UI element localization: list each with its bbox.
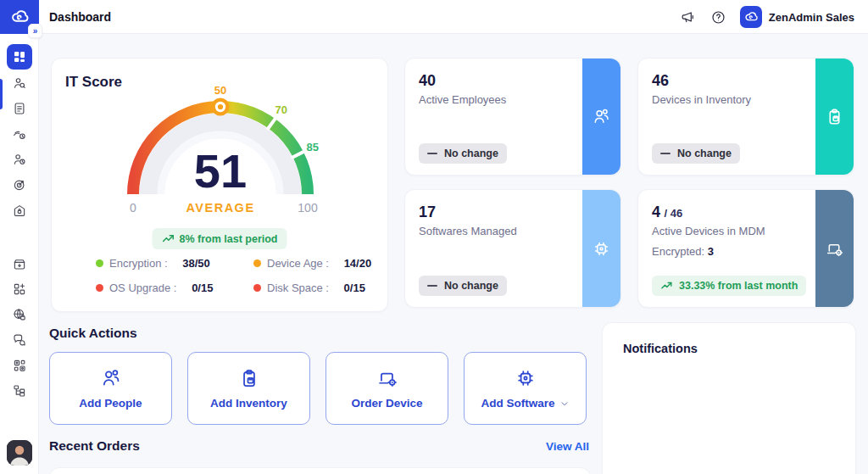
dash-icon [427, 285, 437, 287]
sidebar-item-home-lock[interactable] [7, 198, 32, 222]
account-name: ZenAdmin Sales [769, 11, 854, 24]
svg-text:100: 100 [298, 201, 318, 215]
grid-plus-icon [12, 282, 27, 297]
device-gear-icon [825, 239, 844, 259]
notifications-title: Notifications [623, 342, 698, 355]
inventory-clipboard-icon [238, 367, 260, 389]
sidebar-item-hand-clock[interactable] [7, 122, 32, 146]
account-logo-icon [740, 6, 762, 28]
trend-up-icon [162, 232, 175, 245]
no-change-badge: No change [652, 143, 740, 164]
sidebar-item-target[interactable] [7, 173, 32, 197]
home-lock-icon [12, 203, 27, 218]
notifications-panel: Notifications [602, 322, 856, 474]
svg-text:50: 50 [214, 84, 226, 97]
svg-text:70: 70 [275, 103, 287, 116]
chevron-down-icon [559, 399, 570, 409]
stat-bar [582, 59, 620, 175]
legend-dot [96, 259, 103, 267]
active-indicator [0, 79, 3, 109]
avatar-image [7, 440, 32, 466]
legend-item: Disk Space : 0/15 [253, 282, 371, 294]
stat-value: 40 [419, 72, 607, 90]
sidebar [0, 34, 39, 474]
add-software-button[interactable]: Add Software [464, 352, 587, 425]
help-button[interactable] [709, 8, 728, 26]
stat-value: 46 [652, 72, 840, 90]
sidebar-item-documents[interactable] [7, 97, 32, 120]
help-icon [710, 9, 726, 25]
stat-bar [815, 59, 854, 175]
recent-orders-table [49, 467, 591, 474]
sidebar-expand-button[interactable]: » [28, 24, 42, 38]
order-device-button[interactable]: Order Device [326, 352, 448, 425]
dashboard-icon [12, 49, 27, 64]
org-chart-icon [12, 383, 27, 399]
legend-dot [253, 284, 261, 292]
it-score-gauge: 507085010051AVERAGE [52, 82, 389, 220]
no-change-badge: No change [419, 143, 507, 164]
people-search-icon [12, 75, 27, 91]
stat-bar [815, 190, 854, 307]
svg-text:51: 51 [194, 144, 247, 198]
stat-label: Active Employees [419, 93, 607, 106]
sidebar-item-inbox[interactable] [7, 252, 32, 276]
encrypted-count: Encrypted: 3 [652, 245, 840, 258]
stat-value: 4 [652, 204, 660, 220]
globe-lock-icon [12, 307, 27, 322]
svg-text:85: 85 [306, 141, 318, 153]
user-avatar[interactable] [7, 440, 32, 466]
cloud-logo-icon [9, 7, 30, 27]
quick-actions-title: Quick Actions [49, 326, 137, 341]
stat-label: Devices in Inventory [652, 93, 840, 106]
stat-card-mdm-devices: 4 / 46 Active Devices in MDM Encrypted: … [637, 189, 854, 308]
stat-card-active-employees: 40 Active Employees No change [404, 58, 621, 176]
legend-item: OS Upgrade : 0/15 [96, 282, 253, 294]
software-chip-icon [592, 239, 611, 259]
stat-bar [582, 190, 620, 307]
view-all-link[interactable]: View All [546, 440, 589, 453]
stat-card-softwares-managed: 17 Softwares Managed No change [404, 189, 621, 308]
legend-dot [96, 284, 103, 292]
stat-value: 17 [419, 204, 607, 221]
sidebar-item-globe-lock[interactable] [7, 303, 32, 326]
add-people-button[interactable]: Add People [49, 352, 172, 425]
target-icon [12, 177, 27, 192]
stat-label: Softwares Managed [419, 225, 607, 237]
sidebar-item-integrations[interactable] [7, 354, 32, 377]
sidebar-item-people-search[interactable] [7, 71, 32, 95]
top-bar: Dashboard ZenAdmin Sales [0, 0, 868, 34]
page-title: Dashboard [49, 0, 111, 34]
it-score-legend: Encryption : 38/50 Device Age : 14/20 OS… [96, 257, 371, 294]
svg-text:0: 0 [130, 201, 136, 215]
account-switcher[interactable]: ZenAdmin Sales [740, 6, 854, 28]
sidebar-item-chat[interactable] [7, 328, 32, 352]
sidebar-item-org-chart[interactable] [7, 379, 32, 403]
svg-text:AVERAGE: AVERAGE [186, 201, 254, 215]
hand-clock-icon [12, 126, 27, 142]
person-clock-icon [12, 152, 27, 167]
trend-up-icon [660, 280, 672, 292]
legend-dot [253, 259, 261, 267]
stat-label: Active Devices in MDM [652, 225, 840, 237]
sidebar-item-person-clock[interactable] [7, 148, 32, 171]
legend-item: Encryption : 38/50 [96, 257, 253, 270]
sidebar-item-dashboard[interactable] [7, 44, 32, 70]
add-inventory-button[interactable]: Add Inventory [187, 352, 310, 425]
legend-item: Device Age : 14/20 [253, 257, 371, 270]
people-icon [592, 107, 611, 126]
megaphone-icon [680, 9, 696, 25]
people-icon [100, 367, 122, 389]
no-change-badge: No change [419, 276, 507, 296]
sidebar-item-apps-add[interactable] [7, 277, 32, 301]
trend-badge: 33.33% from last month [652, 276, 806, 296]
inventory-clipboard-icon [825, 107, 844, 126]
dash-icon [427, 153, 437, 154]
grid-gear-icon [12, 358, 27, 373]
stat-value-suffix: / 46 [664, 207, 682, 220]
announcements-button[interactable] [679, 8, 698, 26]
software-chip-icon [515, 367, 537, 389]
box-inbox-icon [12, 256, 27, 271]
trend-badge: 8% from last period [153, 228, 287, 249]
document-icon [12, 101, 27, 116]
